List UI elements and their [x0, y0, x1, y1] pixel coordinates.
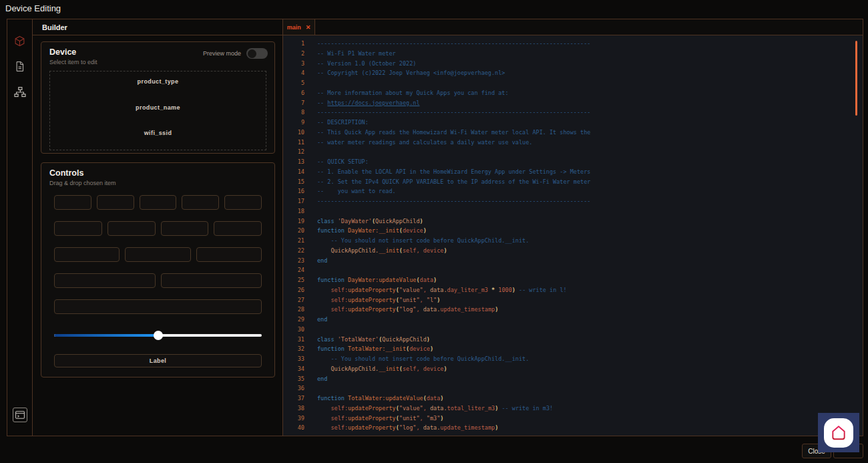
line-number: 14	[283, 167, 304, 177]
code-text: -- Wi-Fi P1 Water meter	[317, 49, 396, 59]
control-placeholder-button[interactable]	[54, 195, 91, 210]
line-number: 39	[283, 414, 304, 424]
line-number: 30	[283, 325, 304, 335]
control-placeholder-button[interactable]	[125, 247, 190, 262]
code-text: -- https://docs.joepverhaeg.nl	[317, 98, 420, 108]
control-row	[54, 195, 262, 210]
controls-title: Controls	[49, 168, 266, 178]
code-text: -- You should not insert code before Qui…	[317, 354, 529, 364]
document-icon[interactable]	[14, 61, 26, 72]
line-number: 12	[283, 147, 304, 157]
line-number: 24	[283, 265, 304, 275]
page-title: Device Editing	[5, 3, 61, 13]
hierarchy-icon[interactable]	[14, 86, 26, 98]
line-number: 17	[283, 196, 304, 206]
line-number: 28	[283, 305, 304, 315]
preview-mode-row: Preview mode	[203, 48, 268, 59]
control-row	[54, 247, 262, 262]
line-number: 13	[283, 157, 304, 167]
code-line: 22 QuickAppChild.__init(self, device)	[283, 246, 863, 256]
control-placeholder-button[interactable]	[54, 247, 120, 262]
control-placeholder-button[interactable]	[161, 273, 262, 288]
code-line: 13-- QUICK SETUP:	[283, 157, 863, 167]
code-line: 28 self:updateProperty("log", data.updat…	[283, 305, 863, 315]
preview-mode-label: Preview mode	[203, 50, 241, 57]
device-drop-zone[interactable]: product_typeproduct_namewifi_ssid	[49, 71, 266, 150]
homewizard-badge[interactable]	[818, 413, 859, 452]
line-number: 32	[283, 344, 304, 354]
code-text: function DayWater:updateValue(data)	[317, 275, 437, 285]
code-line: 21 -- You should not insert code before …	[283, 236, 863, 246]
control-placeholder-button[interactable]	[161, 221, 209, 236]
console-window-icon[interactable]	[13, 408, 27, 422]
label-control-button[interactable]: Label	[54, 354, 262, 367]
main-frame: Builder Device Preview mode Select item …	[7, 19, 863, 436]
cube-icon[interactable]	[14, 35, 26, 47]
line-number: 7	[283, 98, 304, 108]
code-text: end	[317, 315, 327, 325]
controls-card: Controls Drag & drop chosen item Label	[41, 162, 275, 377]
control-placeholder-button[interactable]	[54, 273, 156, 288]
slider-track[interactable]	[54, 334, 262, 337]
preview-mode-toggle[interactable]	[246, 48, 268, 59]
control-placeholder-button[interactable]	[54, 299, 262, 314]
code-text: -- water meter readings and calculates a…	[317, 138, 532, 148]
code-line: 37function TotalWater:updateValue(data)	[283, 394, 863, 404]
code-line: 29end	[283, 315, 863, 325]
slider-thumb[interactable]	[154, 331, 163, 340]
line-number: 5	[283, 78, 304, 88]
control-placeholder-button[interactable]	[140, 195, 177, 210]
line-number: 20	[283, 226, 304, 236]
device-field-label[interactable]: product_type	[50, 78, 266, 85]
control-row	[54, 221, 262, 236]
code-editor[interactable]: 1---------------------------------------…	[283, 35, 863, 436]
code-text: function TotalWater:__init(device)	[317, 344, 433, 354]
tab-close-icon[interactable]: ✕	[306, 24, 311, 31]
device-field-label[interactable]: wifi_ssid	[50, 130, 266, 136]
control-placeholder-button[interactable]	[196, 247, 262, 262]
code-line: 38 self:updateProperty("value", data.tot…	[283, 404, 863, 414]
device-card: Device Preview mode Select item to edit …	[41, 41, 275, 154]
code-text: -- you want to read.	[317, 186, 396, 196]
device-field-label[interactable]: product_name	[50, 104, 266, 111]
line-number: 23	[283, 256, 304, 266]
code-text: self:updateProperty("log", data.update_t…	[317, 423, 498, 433]
tab-main-label: main	[287, 24, 301, 31]
tab-main[interactable]: main ✕	[283, 19, 315, 35]
code-line: 25function DayWater:updateValue(data)	[283, 275, 863, 285]
code-line: 10-- This Quick App reads the Homewizard…	[283, 128, 863, 138]
code-text: ----------------------------------------…	[317, 39, 590, 49]
line-number: 21	[283, 236, 304, 246]
code-line: 32function TotalWater:__init(device)	[283, 344, 863, 354]
line-number: 36	[283, 383, 304, 394]
code-text: -- Copyright (c)2022 Joep Verhaeg <info@…	[317, 68, 505, 78]
icon-rail	[7, 19, 33, 436]
code-text: -- 1. Enable the LOCAL API in the HomeWi…	[317, 167, 590, 177]
line-number: 15	[283, 177, 304, 187]
line-number: 8	[283, 108, 304, 118]
control-placeholder-button[interactable]	[54, 221, 102, 236]
control-placeholder-button[interactable]	[182, 195, 219, 210]
line-number: 40	[283, 423, 304, 433]
line-number: 26	[283, 285, 304, 295]
code-line: 17--------------------------------------…	[283, 196, 863, 206]
code-line: 36	[283, 383, 863, 394]
code-line: 23end	[283, 256, 863, 266]
line-number: 31	[283, 335, 304, 345]
code-text: -- 2. Set the IPv4 QUICK APP VARIABLE to…	[317, 177, 590, 187]
control-placeholder-button[interactable]	[214, 221, 262, 236]
line-number: 25	[283, 275, 304, 285]
code-text: end	[317, 374, 327, 384]
editor-panel: main ✕ 1--------------------------------…	[283, 19, 863, 436]
code-text: self:updateProperty("unit", "m3")	[317, 414, 443, 424]
control-placeholder-button[interactable]	[107, 221, 156, 236]
line-number: 37	[283, 394, 304, 404]
editor-scrollbar-thumb[interactable]	[855, 41, 857, 116]
line-number: 16	[283, 186, 304, 196]
code-line: 16-- you want to read.	[283, 186, 863, 196]
control-placeholder-button[interactable]	[97, 195, 134, 210]
control-placeholder-button[interactable]	[224, 195, 262, 210]
code-text: self:updateProperty("value", data.total_…	[317, 404, 553, 414]
code-line: 4-- Copyright (c)2022 Joep Verhaeg <info…	[283, 68, 863, 78]
slider-control[interactable]	[54, 330, 262, 340]
